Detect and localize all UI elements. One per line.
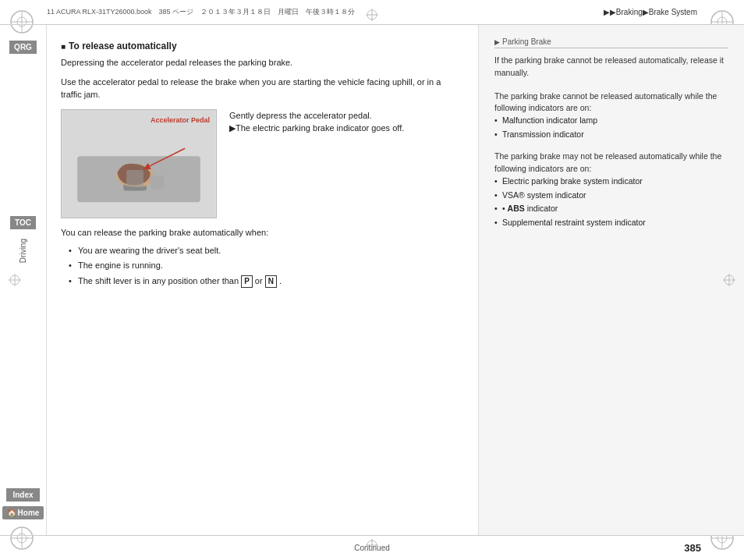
right-section-1: If the parking brake cannot be released …	[494, 55, 728, 80]
condition-seatbelt: You are wearing the driver's seat belt.	[69, 245, 464, 257]
accelerator-label: Accelerator Pedal	[151, 116, 210, 124]
driving-label: Driving	[19, 239, 27, 263]
home-button[interactable]: 🏠 Home	[2, 506, 44, 519]
crosshair-left	[8, 273, 22, 287]
condition-shift: The shift lever is in any position other…	[69, 275, 464, 288]
crosshair-bottom	[365, 538, 379, 552]
condition-engine: The engine is running.	[69, 260, 464, 271]
gently-text-block: Gently depress the accelerator pedal. ▶T…	[229, 109, 404, 135]
right-bullet-abs: • ABS indicator	[494, 203, 728, 214]
gently-depress: Gently depress the accelerator pedal.	[229, 109, 404, 122]
crosshair-top	[365, 8, 379, 22]
sidebar-top: QRG TOC Driving	[9, 41, 37, 263]
right-bullet-epb: Electric parking brake system indicator	[494, 175, 728, 187]
home-icon: 🏠	[7, 509, 16, 517]
index-button[interactable]: Index	[6, 488, 39, 502]
conditions-list: You are wearing the driver's seat belt. …	[69, 245, 464, 288]
sidebar-bottom: Index 🏠 Home	[2, 488, 44, 519]
right-section3-text: The parking brake may not be released au…	[494, 151, 728, 175]
right-bullet-vsa: VSA® system indicator	[494, 190, 728, 201]
para2: Use the accelerator pedal to release the…	[61, 76, 464, 101]
main-content: To release automatically Depressing the …	[47, 25, 744, 535]
svg-rect-23	[151, 175, 165, 189]
page-number: 385	[684, 542, 701, 554]
image-row: Accelerator Pedal	[61, 109, 464, 218]
shift-text: The shift lever is in any position other…	[78, 276, 239, 285]
right-section2-text: The parking brake cannot be released aut…	[494, 90, 728, 115]
shift-p-box: P	[241, 275, 253, 288]
para1: Depressing the accelerator pedal release…	[61, 56, 464, 69]
svg-rect-22	[126, 169, 143, 186]
abs-bold: ABS	[508, 204, 525, 213]
left-sidebar: QRG TOC Driving Index 🏠 Home	[0, 25, 47, 535]
right-section-2: The parking brake cannot be released aut…	[494, 90, 728, 140]
car-illustration: Accelerator Pedal	[61, 109, 217, 218]
right-section1-text: If the parking brake cannot be released …	[494, 55, 728, 80]
section-title: To release automatically	[61, 41, 464, 51]
shift-n-box: N	[265, 275, 277, 288]
breadcrumb: ▶▶Braking▶Brake System	[604, 8, 697, 16]
file-info: 11 ACURA RLX-31TY26000.book 385 ページ ２０１３…	[47, 7, 604, 17]
right-pane: Parking Brake If the parking brake canno…	[479, 25, 744, 535]
arrow-indicator-text: ▶The electric parking brake indicator go…	[229, 122, 404, 135]
toc-button[interactable]: TOC	[10, 216, 36, 229]
qrg-button[interactable]: QRG	[9, 41, 37, 54]
right-bullet-malfunction: Malfunction indicator lamp	[494, 115, 728, 126]
can-release-text: You can release the parking brake automa…	[61, 226, 464, 239]
right-note-title: Parking Brake	[494, 37, 728, 48]
car-svg	[62, 110, 216, 218]
right-section-3: The parking brake may not be released au…	[494, 151, 728, 228]
right-bullet-srs: Supplemental restraint system indicator	[494, 217, 728, 229]
crosshair-right	[722, 273, 736, 287]
shift-or: or	[255, 276, 263, 285]
left-pane: To release automatically Depressing the …	[47, 25, 479, 535]
shift-suffix: .	[279, 276, 282, 285]
right-bullet-transmission: Transmission indicator	[494, 129, 728, 140]
home-label: Home	[18, 509, 40, 517]
